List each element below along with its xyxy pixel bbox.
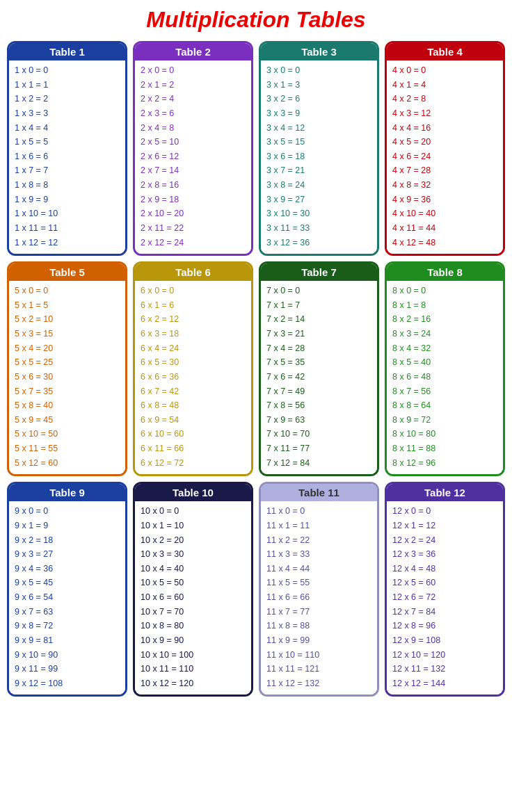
table-row: 2 x 6 = 12	[141, 149, 246, 164]
table-row: 7 x 7 = 49	[266, 384, 371, 399]
table-row: 10 x 1 = 10	[141, 519, 246, 533]
table-row: 7 x 8 = 56	[266, 398, 371, 413]
table-card-10: Table 1010 x 0 = 010 x 1 = 1010 x 2 = 20…	[133, 482, 253, 697]
table-card-8: Table 88 x 0 = 08 x 1 = 88 x 2 = 168 x 3…	[385, 261, 505, 476]
tables-grid: Table 11 x 0 = 01 x 1 = 11 x 2 = 21 x 3 …	[7, 41, 505, 697]
table-card-9: Table 99 x 0 = 09 x 1 = 99 x 2 = 189 x 3…	[7, 482, 127, 697]
table-row: 11 x 0 = 0	[266, 504, 371, 519]
table-row: 1 x 6 = 6	[15, 149, 120, 164]
table-row: 7 x 3 = 21	[266, 327, 371, 341]
table-row: 6 x 10 = 60	[141, 427, 246, 441]
table-row: 2 x 9 = 18	[141, 193, 246, 207]
table-row: 4 x 11 = 44	[392, 221, 497, 236]
table-row: 12 x 0 = 0	[392, 504, 497, 519]
table-row: 2 x 2 = 4	[141, 92, 246, 106]
table-row: 8 x 8 = 64	[392, 398, 497, 413]
table-row: 8 x 6 = 48	[392, 370, 497, 384]
table-row: 1 x 5 = 5	[15, 135, 120, 149]
table-row: 6 x 9 = 54	[141, 413, 246, 428]
table-row: 12 x 5 = 60	[392, 576, 497, 590]
table-12-body: 12 x 0 = 012 x 1 = 1212 x 2 = 2412 x 3 =…	[387, 501, 503, 695]
table-row: 4 x 10 = 40	[392, 206, 497, 221]
table-row: 10 x 11 = 110	[141, 662, 246, 676]
table-2-header: Table 2	[135, 43, 251, 60]
table-row: 3 x 9 = 27	[266, 193, 371, 207]
table-row: 8 x 12 = 96	[392, 456, 497, 471]
table-row: 2 x 12 = 24	[141, 236, 246, 250]
table-row: 3 x 3 = 9	[266, 106, 371, 121]
table-row: 10 x 5 = 50	[141, 576, 246, 590]
table-row: 6 x 7 = 42	[141, 384, 246, 399]
table-5-header: Table 5	[9, 263, 125, 281]
table-6-header: Table 6	[135, 263, 251, 281]
table-row: 3 x 6 = 18	[266, 149, 371, 164]
table-row: 4 x 8 = 32	[392, 178, 497, 193]
table-8-body: 8 x 0 = 08 x 1 = 88 x 2 = 168 x 3 = 248 …	[387, 281, 503, 474]
table-row: 5 x 12 = 60	[15, 456, 120, 471]
table-1-header: Table 1	[9, 43, 125, 60]
table-row: 5 x 1 = 5	[15, 298, 120, 313]
table-row: 12 x 3 = 36	[392, 547, 497, 562]
table-row: 11 x 10 = 110	[266, 648, 371, 663]
table-row: 1 x 4 = 4	[15, 121, 120, 136]
table-row: 5 x 7 = 35	[15, 384, 120, 399]
table-row: 7 x 1 = 7	[266, 298, 371, 313]
table-row: 11 x 7 = 77	[266, 605, 371, 619]
table-row: 4 x 2 = 8	[392, 92, 497, 106]
table-3-header: Table 3	[261, 43, 377, 60]
table-3-body: 3 x 0 = 03 x 1 = 33 x 2 = 63 x 3 = 93 x …	[261, 60, 377, 254]
table-row: 12 x 12 = 144	[392, 676, 497, 691]
table-row: 5 x 3 = 15	[15, 327, 120, 341]
table-row: 6 x 1 = 6	[141, 298, 246, 313]
table-row: 12 x 2 = 24	[392, 533, 497, 548]
table-row: 3 x 8 = 24	[266, 178, 371, 193]
table-card-11: Table 1111 x 0 = 011 x 1 = 1111 x 2 = 22…	[259, 482, 379, 697]
table-row: 1 x 10 = 10	[15, 206, 120, 221]
table-row: 6 x 12 = 72	[141, 456, 246, 471]
table-row: 1 x 1 = 1	[15, 78, 120, 92]
table-card-7: Table 77 x 0 = 07 x 1 = 77 x 2 = 147 x 3…	[259, 261, 379, 476]
table-card-6: Table 66 x 0 = 06 x 1 = 66 x 2 = 126 x 3…	[133, 261, 253, 476]
table-row: 2 x 8 = 16	[141, 178, 246, 193]
table-row: 10 x 12 = 120	[141, 676, 246, 691]
table-row: 7 x 9 = 63	[266, 413, 371, 428]
table-4-body: 4 x 0 = 04 x 1 = 44 x 2 = 84 x 3 = 124 x…	[387, 60, 503, 254]
table-row: 7 x 2 = 14	[266, 312, 371, 327]
table-row: 8 x 4 = 32	[392, 341, 497, 356]
table-row: 1 x 2 = 2	[15, 92, 120, 106]
table-row: 10 x 6 = 60	[141, 590, 246, 605]
table-row: 7 x 10 = 70	[266, 427, 371, 441]
table-row: 12 x 7 = 84	[392, 605, 497, 619]
table-row: 1 x 3 = 3	[15, 106, 120, 121]
table-8-header: Table 8	[387, 263, 503, 281]
table-row: 10 x 7 = 70	[141, 605, 246, 619]
table-row: 9 x 4 = 36	[15, 562, 120, 576]
table-row: 5 x 11 = 55	[15, 441, 120, 456]
table-row: 12 x 10 = 120	[392, 648, 497, 663]
table-row: 3 x 1 = 3	[266, 78, 371, 92]
table-row: 12 x 11 = 132	[392, 662, 497, 676]
table-row: 1 x 7 = 7	[15, 163, 120, 178]
table-row: 11 x 2 = 22	[266, 533, 371, 548]
table-11-body: 11 x 0 = 011 x 1 = 1111 x 2 = 2211 x 3 =…	[261, 501, 377, 695]
table-row: 7 x 12 = 84	[266, 456, 371, 471]
table-row: 8 x 1 = 8	[392, 298, 497, 313]
table-11-header: Table 11	[261, 484, 377, 501]
table-row: 11 x 1 = 11	[266, 519, 371, 533]
table-row: 11 x 9 = 99	[266, 633, 371, 648]
table-card-2: Table 22 x 0 = 02 x 1 = 22 x 2 = 42 x 3 …	[133, 41, 253, 256]
table-row: 8 x 10 = 80	[392, 427, 497, 441]
table-row: 5 x 0 = 0	[15, 284, 120, 298]
table-row: 9 x 6 = 54	[15, 590, 120, 605]
table-row: 11 x 3 = 33	[266, 547, 371, 562]
table-row: 4 x 0 = 0	[392, 63, 497, 78]
table-row: 1 x 12 = 12	[15, 236, 120, 250]
table-row: 4 x 9 = 36	[392, 193, 497, 207]
table-row: 1 x 0 = 0	[15, 63, 120, 78]
table-6-body: 6 x 0 = 06 x 1 = 66 x 2 = 126 x 3 = 186 …	[135, 281, 251, 474]
table-row: 9 x 7 = 63	[15, 605, 120, 619]
table-row: 2 x 3 = 6	[141, 106, 246, 121]
table-row: 7 x 4 = 28	[266, 341, 371, 356]
table-row: 4 x 7 = 28	[392, 163, 497, 178]
table-row: 3 x 7 = 21	[266, 163, 371, 178]
